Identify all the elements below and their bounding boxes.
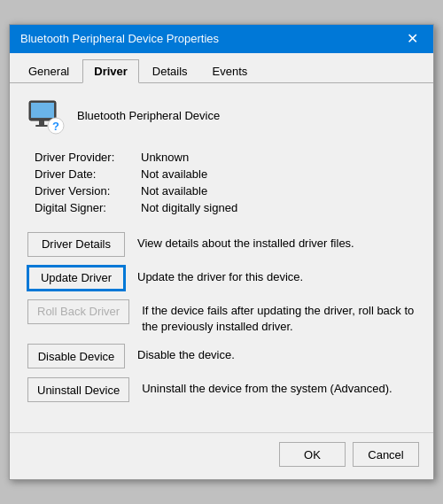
uninstall-device-description: Uninstall the device from the system (Ad… [142, 377, 416, 397]
svg-rect-2 [39, 120, 44, 125]
tab-details[interactable]: Details [141, 59, 199, 83]
tab-events[interactable]: Events [201, 59, 260, 83]
dialog-window: Bluetooth Peripheral Device Properties ✕… [9, 24, 434, 480]
update-driver-row: Update Driver Update the driver for this… [27, 266, 416, 291]
svg-rect-3 [35, 125, 48, 127]
driver-details-row: Driver Details View details about the in… [27, 232, 416, 257]
dialog-title: Bluetooth Peripheral Device Properties [20, 32, 219, 45]
uninstall-device-button[interactable]: Uninstall Device [27, 377, 129, 402]
label-date: Driver Date: [35, 167, 141, 181]
device-icon: ? [27, 97, 65, 135]
cancel-button[interactable]: Cancel [353, 442, 419, 467]
svg-rect-1 [31, 103, 54, 118]
update-driver-button[interactable]: Update Driver [27, 266, 125, 291]
value-provider: Unknown [141, 151, 189, 164]
label-version: Driver Version: [35, 184, 141, 198]
label-provider: Driver Provider: [35, 151, 141, 164]
disable-device-button[interactable]: Disable Device [27, 344, 125, 368]
info-row-provider: Driver Provider: Unknown [35, 151, 416, 164]
uninstall-device-row: Uninstall Device Uninstall the device fr… [27, 377, 416, 402]
roll-back-driver-row: Roll Back Driver If the device fails aft… [27, 299, 416, 335]
info-row-signer: Digital Signer: Not digitally signed [35, 201, 416, 214]
tab-strip: General Driver Details Events [10, 53, 433, 83]
value-version: Not available [141, 184, 207, 198]
update-driver-description: Update the driver for this device. [137, 266, 416, 285]
roll-back-driver-button[interactable]: Roll Back Driver [27, 299, 129, 324]
dialog-footer: OK Cancel [10, 432, 433, 479]
title-bar: Bluetooth Peripheral Device Properties ✕ [10, 25, 433, 53]
value-date: Not available [141, 167, 207, 181]
driver-info-table: Driver Provider: Unknown Driver Date: No… [35, 151, 416, 214]
value-signer: Not digitally signed [141, 201, 237, 214]
disable-device-description: Disable the device. [137, 344, 416, 363]
device-header: ? Bluetooth Peripheral Device [27, 97, 416, 135]
label-signer: Digital Signer: [35, 201, 141, 214]
info-row-date: Driver Date: Not available [35, 167, 416, 181]
driver-details-description: View details about the installed driver … [137, 232, 416, 252]
driver-details-button[interactable]: Driver Details [27, 232, 125, 257]
tab-general[interactable]: General [17, 59, 81, 83]
ok-button[interactable]: OK [279, 442, 346, 467]
info-row-version: Driver Version: Not available [35, 184, 416, 198]
close-button[interactable]: ✕ [401, 28, 423, 50]
tab-driver[interactable]: Driver [82, 59, 139, 83]
tab-content: ? Bluetooth Peripheral Device Driver Pro… [10, 83, 433, 425]
roll-back-driver-description: If the device fails after updating the d… [142, 299, 416, 335]
svg-text:?: ? [52, 120, 59, 133]
device-name: Bluetooth Peripheral Device [77, 109, 220, 122]
disable-device-row: Disable Device Disable the device. [27, 344, 416, 368]
